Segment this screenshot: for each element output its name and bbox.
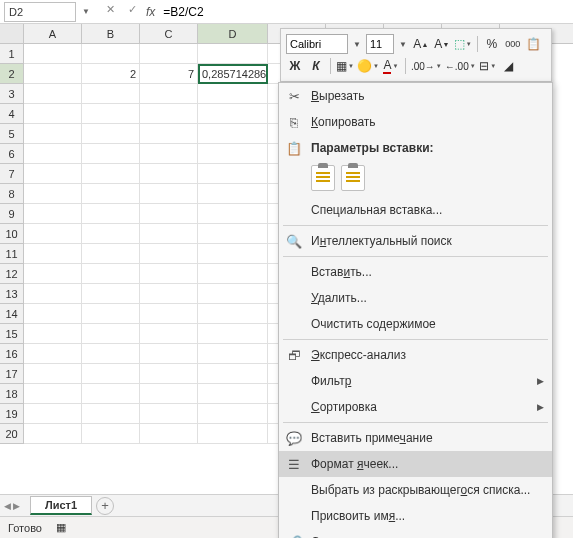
ctx-cut[interactable]: ✂ Вырезать (279, 83, 552, 109)
row-header-4[interactable]: 4 (0, 104, 24, 124)
col-header-D[interactable]: D (198, 24, 268, 43)
cell-B9[interactable] (82, 204, 140, 224)
fill-color-icon[interactable]: 🟡▼ (357, 56, 379, 76)
cell-C14[interactable] (140, 304, 198, 324)
col-header-C[interactable]: C (140, 24, 198, 43)
cell-C11[interactable] (140, 244, 198, 264)
cell-A20[interactable] (24, 424, 82, 444)
increase-decimal-icon[interactable]: ←.00▼ (445, 56, 476, 76)
cell-C9[interactable] (140, 204, 198, 224)
cell-D18[interactable] (198, 384, 268, 404)
cell-D19[interactable] (198, 404, 268, 424)
row-header-5[interactable]: 5 (0, 124, 24, 144)
ctx-define-name[interactable]: Присвоить имя... (279, 503, 552, 529)
ctx-sort[interactable]: Сортировка ▶ (279, 394, 552, 420)
cell-A18[interactable] (24, 384, 82, 404)
cell-B14[interactable] (82, 304, 140, 324)
cell-C3[interactable] (140, 84, 198, 104)
select-all-corner[interactable] (0, 24, 24, 43)
increase-font-icon[interactable]: A▲ (412, 34, 430, 54)
cell-A10[interactable] (24, 224, 82, 244)
row-header-12[interactable]: 12 (0, 264, 24, 284)
cell-C5[interactable] (140, 124, 198, 144)
decrease-decimal-icon[interactable]: .00→▼ (411, 56, 442, 76)
format-painter-icon[interactable]: 📋 (525, 34, 543, 54)
row-header-10[interactable]: 10 (0, 224, 24, 244)
fx-icon[interactable]: fx (146, 5, 155, 19)
cell-D16[interactable] (198, 344, 268, 364)
accounting-format-icon[interactable]: ⬚▼ (454, 34, 472, 54)
row-header-9[interactable]: 9 (0, 204, 24, 224)
cell-C7[interactable] (140, 164, 198, 184)
cell-D20[interactable] (198, 424, 268, 444)
cell-D11[interactable] (198, 244, 268, 264)
cell-C13[interactable] (140, 284, 198, 304)
italic-button[interactable]: К (307, 56, 325, 76)
cell-D5[interactable] (198, 124, 268, 144)
cell-D14[interactable] (198, 304, 268, 324)
cell-A7[interactable] (24, 164, 82, 184)
ctx-smart-lookup[interactable]: 🔍 Интеллектуальный поиск (279, 228, 552, 254)
font-color-icon[interactable]: A▼ (382, 56, 400, 76)
ctx-clear[interactable]: Очистить содержимое (279, 311, 552, 337)
cell-A8[interactable] (24, 184, 82, 204)
sheet-tab-active[interactable]: Лист1 (30, 496, 92, 515)
cell-C1[interactable] (140, 44, 198, 64)
cell-A1[interactable] (24, 44, 82, 64)
cell-B13[interactable] (82, 284, 140, 304)
nav-next-icon[interactable]: ▶ (13, 501, 20, 511)
cancel-formula-icon[interactable]: ✕ (102, 3, 118, 21)
cell-C8[interactable] (140, 184, 198, 204)
row-header-13[interactable]: 13 (0, 284, 24, 304)
ctx-pick-from-list[interactable]: Выбрать из раскрывающегося списка... (279, 477, 552, 503)
row-header-20[interactable]: 20 (0, 424, 24, 444)
cell-A17[interactable] (24, 364, 82, 384)
name-box-dropdown-icon[interactable]: ▼ (80, 7, 92, 16)
row-header-2[interactable]: 2 (0, 64, 24, 84)
cell-D15[interactable] (198, 324, 268, 344)
cell-D7[interactable] (198, 164, 268, 184)
bold-button[interactable]: Ж (286, 56, 304, 76)
row-header-17[interactable]: 17 (0, 364, 24, 384)
cell-A4[interactable] (24, 104, 82, 124)
merge-icon[interactable]: ⊟▼ (479, 56, 497, 76)
cell-D1[interactable] (198, 44, 268, 64)
clear-format-icon[interactable]: ◢ (500, 56, 518, 76)
ctx-insert[interactable]: Вставить... (279, 259, 552, 285)
cell-C20[interactable] (140, 424, 198, 444)
name-box[interactable]: D2 (4, 2, 76, 22)
cell-D10[interactable] (198, 224, 268, 244)
cell-A9[interactable] (24, 204, 82, 224)
row-header-14[interactable]: 14 (0, 304, 24, 324)
cell-D6[interactable] (198, 144, 268, 164)
cell-C6[interactable] (140, 144, 198, 164)
cell-C2[interactable]: 7 (140, 64, 198, 84)
paste-default-icon[interactable] (311, 165, 335, 191)
cell-B10[interactable] (82, 224, 140, 244)
cell-B15[interactable] (82, 324, 140, 344)
row-header-19[interactable]: 19 (0, 404, 24, 424)
cell-A5[interactable] (24, 124, 82, 144)
cell-D9[interactable] (198, 204, 268, 224)
cell-A6[interactable] (24, 144, 82, 164)
ctx-hyperlink[interactable]: 🔗 Ссылка (279, 529, 552, 538)
cell-B16[interactable] (82, 344, 140, 364)
row-header-7[interactable]: 7 (0, 164, 24, 184)
cell-C19[interactable] (140, 404, 198, 424)
cell-C16[interactable] (140, 344, 198, 364)
cell-B20[interactable] (82, 424, 140, 444)
cell-B3[interactable] (82, 84, 140, 104)
cell-B18[interactable] (82, 384, 140, 404)
font-family-input[interactable] (286, 34, 348, 54)
percent-format-button[interactable]: % (483, 34, 501, 54)
cell-B19[interactable] (82, 404, 140, 424)
cell-B4[interactable] (82, 104, 140, 124)
row-header-18[interactable]: 18 (0, 384, 24, 404)
cell-B8[interactable] (82, 184, 140, 204)
borders-icon[interactable]: ▦▼ (336, 56, 354, 76)
row-header-1[interactable]: 1 (0, 44, 24, 64)
cell-A13[interactable] (24, 284, 82, 304)
cell-A3[interactable] (24, 84, 82, 104)
cell-A15[interactable] (24, 324, 82, 344)
cell-A19[interactable] (24, 404, 82, 424)
